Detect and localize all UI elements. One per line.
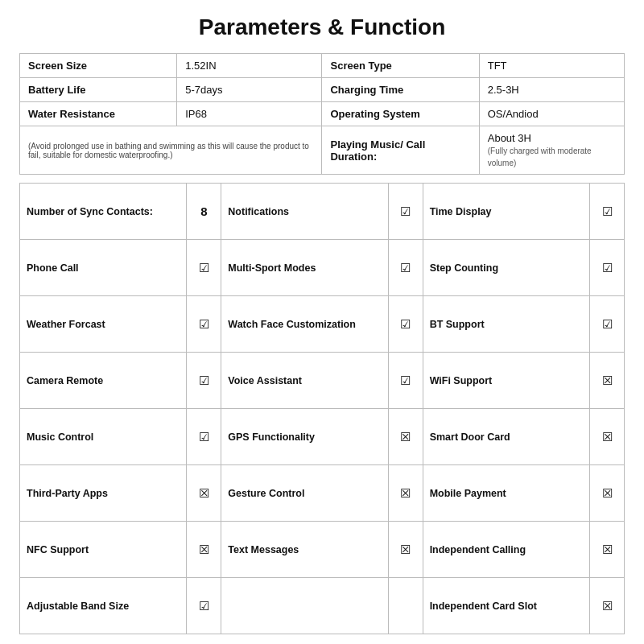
- feature-music-label: Music Control: [20, 409, 187, 465]
- spec-charging-value: 2.5-3H: [479, 78, 624, 102]
- spec-screen-type-value: TFT: [479, 54, 624, 78]
- feature-sync-contacts-value: 8: [187, 184, 221, 240]
- feature-bt-support-check: [590, 296, 625, 353]
- feature-phone-call-label: Phone Call: [20, 240, 187, 296]
- feature-watchface-label: Watch Face Customization: [221, 296, 388, 353]
- feature-bt-support-label: BT Support: [423, 296, 589, 353]
- feature-watchface-check: [388, 296, 423, 353]
- feature-third-party-label: Third-Party Apps: [20, 465, 187, 522]
- spec-music-label: Playing Music/ Call Duration:: [322, 126, 479, 175]
- feature-row-6: NFC Support Text Messages Independent Ca…: [20, 522, 625, 578]
- feature-step-counting-label: Step Counting: [423, 240, 589, 296]
- features-table: Number of Sync Contacts: 8 Notifications…: [19, 183, 625, 634]
- feature-row-5: Third-Party Apps Gesture Control Mobile …: [20, 465, 625, 522]
- feature-row-2: Weather Forcast Watch Face Customization…: [20, 296, 625, 353]
- spec-screen-size-label: Screen Size: [20, 54, 177, 78]
- feature-third-party-check: [187, 465, 221, 522]
- feature-phone-call-check: [187, 240, 221, 296]
- feature-voice-check: [388, 353, 423, 409]
- feature-gps-label: GPS Functionality: [221, 409, 388, 465]
- feature-row-7: Adjustable Band Size Independent Card Sl…: [20, 578, 625, 634]
- feature-empty-label: [221, 578, 388, 634]
- feature-card-slot-label: Independent Card Slot: [423, 578, 589, 634]
- feature-gesture-label: Gesture Control: [221, 465, 388, 522]
- feature-card-slot-check: [590, 578, 625, 634]
- spec-water-value: IP68: [177, 102, 322, 126]
- feature-adj-band-label: Adjustable Band Size: [20, 578, 187, 634]
- feature-weather-check: [187, 296, 221, 353]
- spec-row-battery: Battery Life 5-7days Charging Time 2.5-3…: [20, 78, 625, 102]
- feature-text-messages-check: [388, 522, 423, 578]
- feature-wifi-check: [590, 353, 625, 409]
- feature-sync-contacts-label: Number of Sync Contacts:: [20, 184, 187, 240]
- feature-multisport-check: [388, 240, 423, 296]
- feature-independent-calling-check: [590, 522, 625, 578]
- feature-gesture-check: [388, 465, 423, 522]
- spec-water-label: Water Resistance: [20, 102, 177, 126]
- page: Parameters & Function Screen Size 1.52IN…: [0, 0, 644, 644]
- feature-multisport-label: Multi-Sport Modes: [221, 240, 388, 296]
- feature-camera-label: Camera Remote: [20, 353, 187, 409]
- feature-smart-door-check: [590, 409, 625, 465]
- specs-table: Screen Size 1.52IN Screen Type TFT Batte…: [19, 53, 625, 175]
- feature-time-display-check: [590, 184, 625, 240]
- feature-weather-label: Weather Forcast: [20, 296, 187, 353]
- spec-row-water: Water Resistance IP68 Operating System O…: [20, 102, 625, 126]
- feature-smart-door-label: Smart Door Card: [423, 409, 589, 465]
- feature-row-3: Camera Remote Voice Assistant WiFi Suppo…: [20, 353, 625, 409]
- spec-water-note: (Avoid prolonged use in bathing and swim…: [20, 126, 322, 175]
- feature-independent-calling-label: Independent Calling: [423, 522, 589, 578]
- feature-row-0: Number of Sync Contacts: 8 Notifications…: [20, 184, 625, 240]
- feature-music-check: [187, 409, 221, 465]
- spec-music-value: About 3H (Fully charged with moderate vo…: [479, 126, 624, 175]
- feature-voice-label: Voice Assistant: [221, 353, 388, 409]
- feature-camera-check: [187, 353, 221, 409]
- spec-music-note: (Fully charged with moderate volume): [488, 147, 592, 167]
- page-title: Parameters & Function: [19, 14, 625, 40]
- spec-row-note: (Avoid prolonged use in bathing and swim…: [20, 126, 625, 175]
- feature-mobile-payment-label: Mobile Payment: [423, 465, 589, 522]
- feature-row-4: Music Control GPS Functionality Smart Do…: [20, 409, 625, 465]
- feature-notifications-check: [388, 184, 423, 240]
- feature-notifications-label: Notifications: [221, 184, 388, 240]
- feature-adj-band-check: [187, 578, 221, 634]
- spec-screen-type-label: Screen Type: [322, 54, 479, 78]
- feature-gps-check: [388, 409, 423, 465]
- feature-text-messages-label: Text Messages: [221, 522, 388, 578]
- spec-os-label: Operating System: [322, 102, 479, 126]
- feature-row-1: Phone Call Multi-Sport Modes Step Counti…: [20, 240, 625, 296]
- feature-mobile-payment-check: [590, 465, 625, 522]
- spec-battery-label: Battery Life: [20, 78, 177, 102]
- spec-battery-value: 5-7days: [177, 78, 322, 102]
- feature-nfc-check: [187, 522, 221, 578]
- spec-os-value: OS/Andiod: [479, 102, 624, 126]
- feature-time-display-label: Time Display: [423, 184, 589, 240]
- feature-wifi-label: WiFi Support: [423, 353, 589, 409]
- spec-screen-size-value: 1.52IN: [177, 54, 322, 78]
- feature-nfc-label: NFC Support: [20, 522, 187, 578]
- feature-step-counting-check: [590, 240, 625, 296]
- feature-empty-check: [388, 578, 423, 634]
- spec-charging-label: Charging Time: [322, 78, 479, 102]
- spec-row-screen: Screen Size 1.52IN Screen Type TFT: [20, 54, 625, 78]
